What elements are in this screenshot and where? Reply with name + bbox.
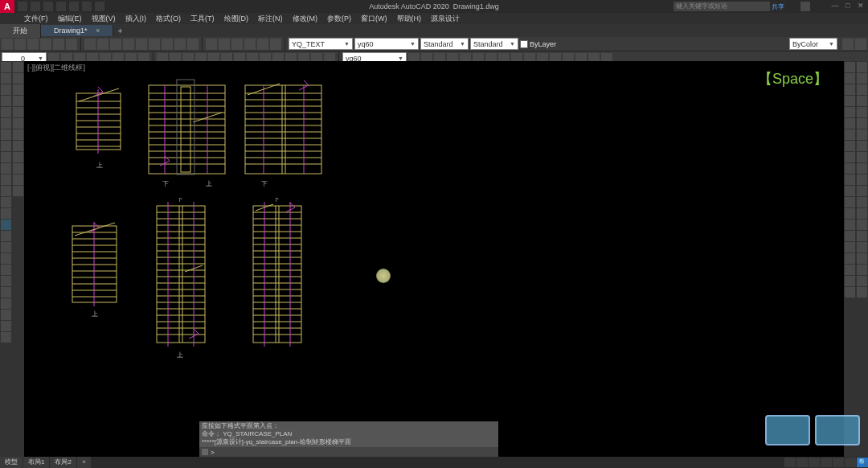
drawing-canvas[interactable]: [-][俯视][二维线框] 【Space】 上 下 上 bbox=[24, 61, 868, 457]
menu-draw[interactable]: 绘图(D) bbox=[224, 14, 249, 24]
new-tab-button[interactable]: + bbox=[113, 27, 126, 35]
tool-icon[interactable] bbox=[1, 310, 11, 320]
tool-icon[interactable] bbox=[857, 118, 867, 129]
tool-icon[interactable] bbox=[1, 276, 11, 286]
tool-icon[interactable] bbox=[845, 118, 855, 129]
textstyle-dropdown[interactable]: YQ_TEXT▼ bbox=[289, 38, 353, 50]
redo-icon[interactable] bbox=[95, 2, 104, 11]
tool-icon[interactable] bbox=[13, 186, 23, 196]
share-button[interactable]: 共享 bbox=[772, 2, 784, 11]
tool-icon[interactable] bbox=[14, 39, 26, 50]
model-tab[interactable]: 模型 bbox=[0, 457, 23, 468]
menu-window[interactable]: 窗口(W) bbox=[361, 14, 387, 24]
status-toggle[interactable] bbox=[833, 458, 844, 467]
dimstyle-dropdown[interactable]: yq60▼ bbox=[354, 38, 419, 50]
close-button[interactable]: ✕ bbox=[855, 2, 866, 11]
tool-icon[interactable] bbox=[857, 220, 867, 230]
tool-icon[interactable] bbox=[857, 186, 867, 196]
tab-start[interactable]: 开始 bbox=[0, 24, 41, 38]
help-search-input[interactable]: 键入关键字或短语 bbox=[674, 2, 770, 11]
layout2-tab[interactable]: 布局2 bbox=[50, 457, 76, 468]
tool-icon[interactable] bbox=[2, 39, 13, 50]
tool-icon[interactable] bbox=[13, 174, 23, 185]
tool-icon[interactable] bbox=[136, 39, 147, 50]
tool-icon[interactable] bbox=[845, 253, 855, 264]
tool-icon[interactable] bbox=[845, 84, 855, 95]
command-input[interactable]: > bbox=[199, 447, 498, 457]
search-status-button[interactable]: 🔍 bbox=[857, 458, 868, 467]
tool-icon[interactable] bbox=[857, 197, 867, 207]
close-tab-icon[interactable]: × bbox=[96, 27, 100, 35]
menu-dimension[interactable]: 标注(N) bbox=[258, 14, 283, 24]
tool-icon[interactable] bbox=[231, 39, 243, 50]
tool-icon[interactable] bbox=[1, 208, 11, 219]
add-layout-button[interactable]: + bbox=[77, 457, 91, 468]
menu-parametric[interactable]: 参数(P) bbox=[327, 14, 351, 24]
menu-file[interactable]: 文件(F) bbox=[24, 14, 48, 24]
tool-icon[interactable] bbox=[1, 265, 11, 275]
tool-icon[interactable] bbox=[257, 39, 268, 50]
tool-icon[interactable] bbox=[84, 39, 96, 50]
scale-icon[interactable] bbox=[13, 107, 23, 117]
undo-icon[interactable] bbox=[82, 2, 92, 11]
tool-icon[interactable] bbox=[845, 107, 855, 117]
open-icon[interactable] bbox=[31, 2, 40, 11]
tool-icon[interactable] bbox=[857, 253, 867, 264]
fillet-icon[interactable] bbox=[13, 152, 23, 162]
tool-icon[interactable] bbox=[855, 39, 866, 50]
tool-icon[interactable] bbox=[1, 231, 11, 241]
layout1-tab[interactable]: 布局1 bbox=[23, 457, 49, 468]
tool-icon[interactable] bbox=[1, 197, 11, 207]
minimize-button[interactable]: — bbox=[829, 2, 841, 11]
tool-icon[interactable] bbox=[1, 141, 11, 151]
tool-icon[interactable] bbox=[1, 253, 11, 264]
tool-icon[interactable] bbox=[27, 39, 39, 50]
tool-icon[interactable] bbox=[857, 174, 867, 185]
tool-icon[interactable] bbox=[857, 242, 867, 252]
circle-icon[interactable] bbox=[1, 84, 11, 95]
tool-icon[interactable] bbox=[857, 163, 867, 174]
tool-icon[interactable] bbox=[1, 163, 11, 174]
tool-icon[interactable] bbox=[40, 39, 51, 50]
tool-icon[interactable] bbox=[845, 242, 855, 252]
tool-icon[interactable] bbox=[97, 39, 108, 50]
offset-icon[interactable] bbox=[13, 141, 23, 151]
move-icon[interactable] bbox=[13, 62, 23, 72]
tool-icon[interactable] bbox=[187, 39, 199, 50]
rectangle-icon[interactable] bbox=[1, 107, 11, 117]
line-icon[interactable] bbox=[1, 62, 11, 72]
pan-icon[interactable] bbox=[149, 39, 160, 50]
tool-icon[interactable] bbox=[1, 287, 11, 298]
tool-icon[interactable] bbox=[857, 208, 867, 219]
tool-icon[interactable] bbox=[845, 287, 855, 298]
mlstyle-dropdown[interactable]: Standard▼ bbox=[470, 38, 518, 50]
tool-icon[interactable] bbox=[845, 186, 855, 196]
viewport-label[interactable]: [-][俯视][二维线框] bbox=[27, 63, 85, 73]
tool-icon[interactable] bbox=[845, 231, 855, 241]
tool-icon[interactable] bbox=[842, 39, 854, 50]
command-window[interactable]: 应按如下格式平面第入点： 命令： YQ_STAIRCASE_PLAN *****… bbox=[199, 421, 498, 457]
tool-icon[interactable] bbox=[174, 39, 186, 50]
tool-icon[interactable] bbox=[1, 321, 11, 331]
user-icon[interactable] bbox=[800, 2, 810, 11]
tool-icon[interactable] bbox=[53, 39, 64, 50]
tool-icon[interactable] bbox=[845, 208, 855, 219]
polyline-icon[interactable] bbox=[1, 73, 11, 84]
tool-icon[interactable] bbox=[206, 39, 217, 50]
copy-icon[interactable] bbox=[13, 73, 23, 84]
tool-icon[interactable] bbox=[857, 129, 867, 140]
tool-icon[interactable] bbox=[1, 298, 11, 309]
tool-icon[interactable] bbox=[219, 39, 230, 50]
tool-icon[interactable] bbox=[1, 152, 11, 162]
tool-icon[interactable] bbox=[845, 276, 855, 286]
tool-icon[interactable] bbox=[857, 62, 867, 72]
tablestyle-dropdown[interactable]: Standard▼ bbox=[420, 38, 469, 50]
tool-icon[interactable] bbox=[66, 39, 77, 50]
trim-icon[interactable] bbox=[13, 118, 23, 129]
tool-icon[interactable] bbox=[845, 174, 855, 185]
menu-help[interactable]: 帮助(H) bbox=[397, 14, 422, 24]
status-toggle[interactable] bbox=[796, 458, 808, 467]
tool-icon[interactable] bbox=[857, 73, 867, 84]
menu-view[interactable]: 视图(V) bbox=[92, 14, 116, 24]
status-toggle[interactable] bbox=[821, 458, 832, 467]
